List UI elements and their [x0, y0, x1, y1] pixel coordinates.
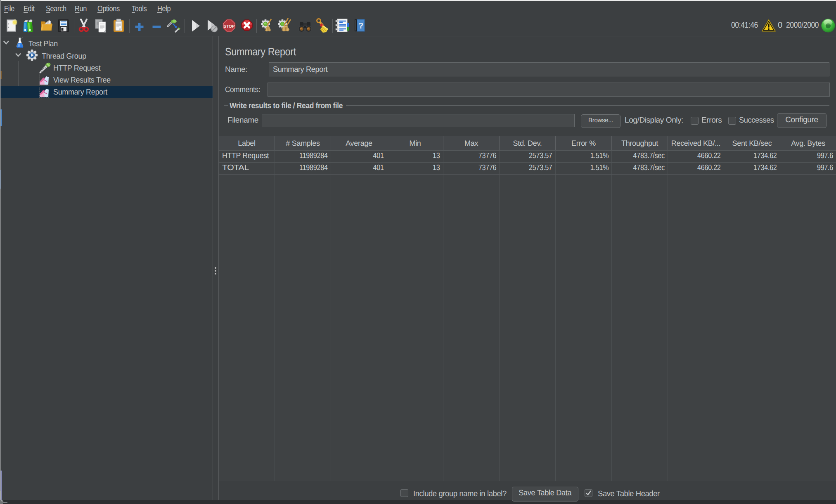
svg-text:STOP: STOP — [223, 24, 234, 29]
svg-text:?: ? — [358, 21, 363, 31]
